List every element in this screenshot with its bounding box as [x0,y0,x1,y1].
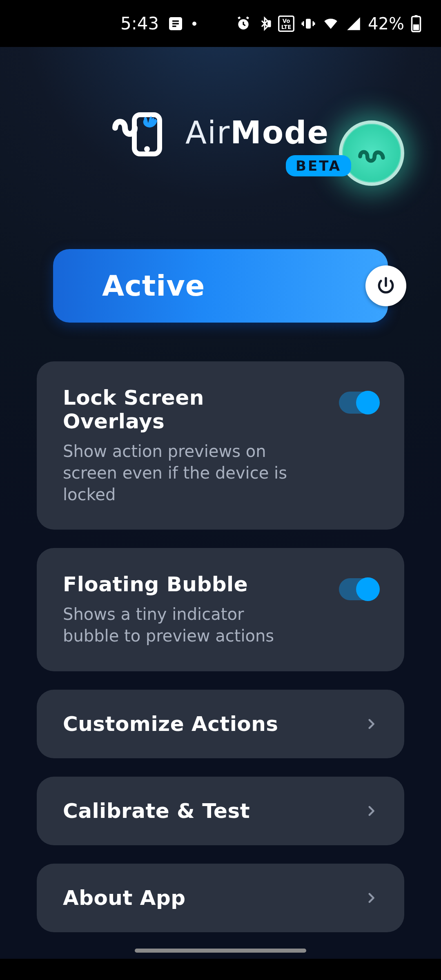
status-bar-right: VoLTE 42% [236,14,421,33]
customize-actions-row[interactable]: Customize Actions [37,690,404,758]
wifi-icon [322,16,339,31]
bluetooth-icon [258,16,272,32]
volte-icon: VoLTE [278,16,294,32]
status-bar-left: 5:43 [120,13,196,33]
svg-rect-13 [415,15,418,17]
svg-text:Vo: Vo [283,18,290,24]
card-title: Lock Screen Overlays [63,386,300,433]
beta-chip: BETA [286,155,351,176]
svg-text:LTE: LTE [281,24,291,30]
svg-rect-7 [267,20,271,27]
chevron-right-icon [364,891,378,905]
signal-icon [346,16,361,31]
floating-bubble-toggle[interactable] [339,578,378,600]
settings-cards: Lock Screen Overlays Show action preview… [0,361,441,932]
app-logo-icon [112,104,169,157]
calibrate-test-row[interactable]: Calibrate & Test [37,777,404,845]
card-title: About App [63,886,186,910]
battery-icon [411,15,421,32]
notification-icon [168,16,183,31]
alarm-icon [236,16,251,31]
status-time: 5:43 [120,13,159,33]
card-desc: Show action previews on screen even if t… [63,441,300,505]
chevron-right-icon [364,717,378,731]
status-bar: 5:43 VoLTE 42% [0,0,441,47]
card-texts: Lock Screen Overlays Show action preview… [63,386,300,505]
toggle-knob [356,577,380,601]
toggle-knob [356,391,380,414]
active-toggle-button[interactable]: Active [53,249,388,323]
card-title: Floating Bubble [63,572,300,596]
card-title: Customize Actions [63,712,278,736]
home-gesture-bar[interactable] [135,949,306,953]
floating-bubble-card[interactable]: Floating Bubble Shows a tiny indicator b… [37,548,404,671]
card-texts: Floating Bubble Shows a tiny indicator b… [63,572,300,647]
svg-rect-14 [413,24,419,30]
lock-screen-overlays-card[interactable]: Lock Screen Overlays Show action preview… [37,361,404,530]
page-surface: AirMode BETA Active Lock Screen Overlays… [0,47,441,959]
lock-screen-overlays-toggle[interactable] [339,392,378,414]
chevron-right-icon [364,804,378,818]
app-header: AirMode [0,47,441,157]
card-title: Calibrate & Test [63,799,250,823]
power-icon [376,276,396,296]
card-desc: Shows a tiny indicator bubble to preview… [63,604,300,647]
more-notifications-dot-icon [192,22,196,26]
svg-point-16 [144,146,150,152]
app-title: AirMode [185,114,329,151]
app-title-part2: Mode [230,114,329,151]
svg-line-6 [247,17,249,18]
svg-line-5 [238,17,240,18]
app-title-part1: Air [185,114,230,151]
svg-rect-11 [306,19,311,29]
vibrate-icon [301,16,316,31]
about-app-row[interactable]: About App [37,864,404,932]
active-label: Active [102,269,205,303]
power-button[interactable] [365,265,406,306]
battery-percent: 42% [368,14,404,33]
